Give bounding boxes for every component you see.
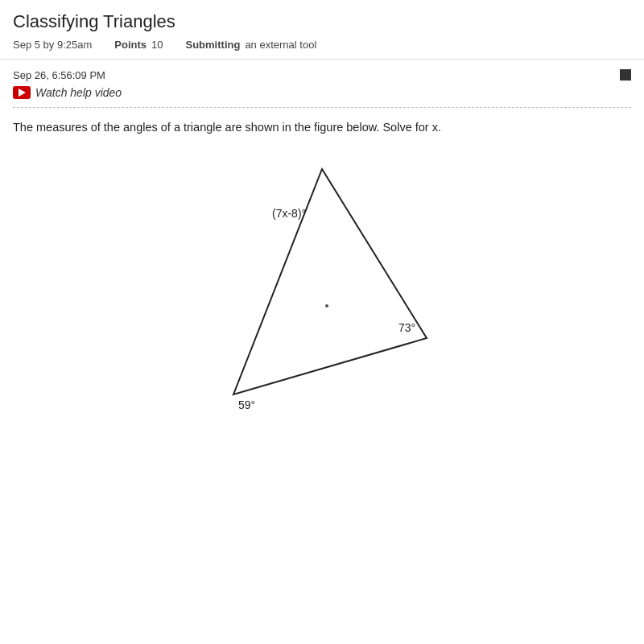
meta-row: Sep 5 by 9:25am Points 10 Submitting an …: [13, 39, 631, 51]
page-container: Classifying Triangles Sep 5 by 9:25am Po…: [0, 0, 644, 644]
page-title: Classifying Triangles: [13, 11, 631, 32]
header-section: Classifying Triangles Sep 5 by 9:25am Po…: [0, 0, 644, 60]
points-label: Points: [114, 39, 147, 51]
content-area: Sep 26, 6:56:09 PM Watch help video The …: [0, 60, 644, 644]
youtube-play-icon: [19, 89, 26, 97]
submitting-value: an external tool: [245, 39, 316, 51]
triangle-diagram: (7x-8)° 73° 59°: [185, 153, 459, 427]
triangle-shape: [233, 169, 427, 394]
watch-video-label[interactable]: Watch help video: [35, 86, 122, 99]
angle-top-label: (7x-8)°: [272, 207, 306, 220]
center-dot: [325, 304, 328, 308]
triangle-container: (7x-8)° 73° 59°: [13, 153, 631, 427]
submitting-label: Submitting: [186, 39, 241, 51]
youtube-icon: [13, 86, 31, 99]
angle-bottom-label: 59°: [238, 398, 255, 411]
points-value: 10: [151, 39, 163, 51]
submission-header: Sep 26, 6:56:09 PM: [13, 69, 631, 81]
black-square-icon: [620, 69, 631, 80]
watch-video-row[interactable]: Watch help video: [13, 86, 631, 99]
divider: [13, 107, 631, 108]
problem-text: The measures of the angles of a triangle…: [13, 119, 631, 137]
due-value: Sep 5 by 9:25am: [13, 39, 92, 51]
timestamp: Sep 26, 6:56:09 PM: [13, 69, 105, 81]
angle-right-label: 73°: [398, 321, 415, 334]
